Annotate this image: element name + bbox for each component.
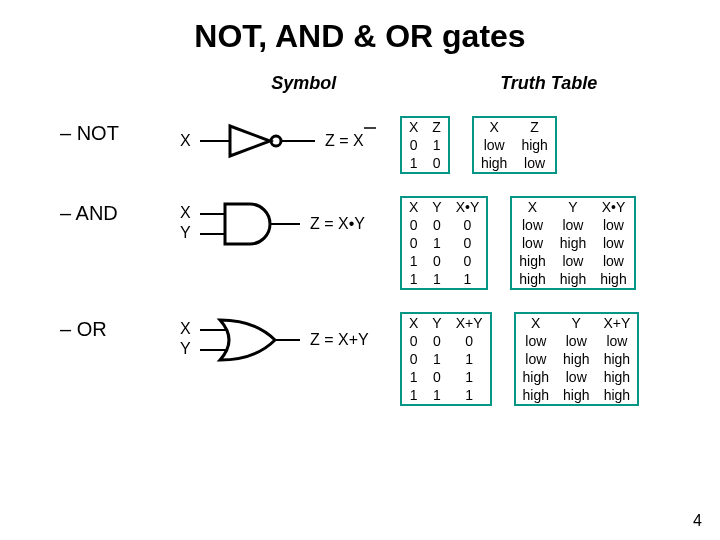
- symbol-or: X Y Z = X+Y: [170, 312, 400, 372]
- tt-or-level: XYX+Ylowlowlowlowhighhighhighlowhighhigh…: [514, 312, 640, 406]
- gate-label-and: – AND: [60, 202, 170, 225]
- tt-not-numeric: XZ0110: [400, 116, 450, 174]
- column-headers: Symbol Truth Table: [200, 73, 690, 94]
- gate-label-or: – OR: [60, 318, 170, 341]
- svg-text:Z = X: Z = X: [325, 132, 364, 149]
- and-gate-icon: X Y Z = X•Y: [180, 196, 390, 256]
- svg-text:Z = X+Y: Z = X+Y: [310, 331, 369, 348]
- truth-tables-and: XYX•Y000010100111 XYX•Ylowlowlowlowhighl…: [400, 196, 636, 290]
- svg-marker-2: [230, 126, 270, 156]
- svg-text:Y: Y: [180, 224, 191, 241]
- svg-text:X: X: [180, 132, 191, 149]
- row-and: – AND X Y Z = X•Y XYX•Y000010100111 XYX•…: [30, 196, 690, 290]
- svg-text:Z = X•Y: Z = X•Y: [310, 215, 365, 232]
- or-gate-icon: X Y Z = X+Y: [180, 312, 390, 372]
- tt-or-numeric: XYX+Y000011101111: [400, 312, 492, 406]
- svg-text:Y: Y: [180, 340, 191, 357]
- page-number: 4: [693, 512, 702, 530]
- header-symbol: Symbol: [200, 73, 407, 94]
- truth-tables-or: XYX+Y000011101111 XYX+Ylowlowlowlowhighh…: [400, 312, 639, 406]
- tt-and-level: XYX•Ylowlowlowlowhighlowhighlowlowhighhi…: [510, 196, 635, 290]
- header-truth-table: Truth Table: [407, 73, 690, 94]
- svg-text:X: X: [180, 320, 191, 337]
- tt-and-numeric: XYX•Y000010100111: [400, 196, 488, 290]
- row-or: – OR X Y Z = X+Y XYX+Y000011101111 XYX+Y…: [30, 312, 690, 406]
- slide: NOT, AND & OR gates Symbol Truth Table –…: [0, 0, 720, 540]
- row-not: – NOT X Z = X XZ0110 XZlowhighhighlow: [30, 116, 690, 174]
- svg-point-3: [271, 136, 281, 146]
- svg-text:X: X: [180, 204, 191, 221]
- truth-tables-not: XZ0110 XZlowhighhighlow: [400, 116, 557, 174]
- slide-title: NOT, AND & OR gates: [30, 18, 690, 55]
- symbol-and: X Y Z = X•Y: [170, 196, 400, 256]
- not-gate-icon: X Z = X: [180, 116, 390, 166]
- symbol-not: X Z = X: [170, 116, 400, 166]
- gate-label-not: – NOT: [60, 122, 170, 145]
- tt-not-level: XZlowhighhighlow: [472, 116, 557, 174]
